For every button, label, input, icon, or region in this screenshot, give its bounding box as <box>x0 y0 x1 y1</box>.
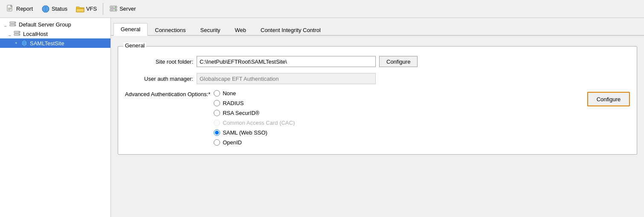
svg-point-12 <box>115 9 116 10</box>
toolbar-vfs[interactable]: VFS <box>73 3 100 15</box>
radio-openid-input[interactable] <box>214 139 220 146</box>
radio-none-label: None <box>223 90 236 97</box>
svg-point-21 <box>19 32 20 32</box>
status-globe-icon <box>41 5 50 13</box>
advanced-auth-label: Advanced Authentication Options:* <box>125 90 210 97</box>
svg-point-11 <box>115 6 116 7</box>
main-area: ⎯ Default Server Group ⎯ <box>0 18 644 217</box>
expand-dash-icon: ⎯ <box>7 31 12 36</box>
radio-saml-input[interactable] <box>214 129 220 136</box>
radio-saml[interactable]: SAML (Web SSO) <box>214 129 295 136</box>
radio-options-group: None RADIUS RSA SecurID® Common Acc <box>214 90 295 146</box>
radio-cac-label: Common Access Card (CAC) <box>223 120 295 126</box>
general-group-box: General Site root folder: Configure User… <box>118 46 637 155</box>
radio-none-input[interactable] <box>214 90 220 97</box>
toolbar-status[interactable]: Status <box>38 3 71 15</box>
radio-none[interactable]: None <box>214 90 295 97</box>
doc-icon <box>6 5 15 13</box>
user-auth-input <box>197 73 376 84</box>
radio-rsa-label: RSA SecurID® <box>223 110 259 116</box>
radio-radius[interactable]: RADIUS <box>214 100 295 106</box>
toolbar: Report Status VFS <box>0 0 644 18</box>
configure-btn-area: Configure <box>562 90 630 106</box>
toolbar-vfs-label: VFS <box>86 6 97 12</box>
radio-radius-input[interactable] <box>214 100 220 106</box>
tree-item-default-server-group[interactable]: ⎯ Default Server Group <box>0 20 110 29</box>
radio-openid-label: OpenID <box>223 139 242 146</box>
expand-plus-icon: + <box>14 41 19 46</box>
svg-point-17 <box>15 22 15 23</box>
tab-content-integrity[interactable]: Content Integrity Control <box>253 24 328 36</box>
server-toolbar-icon <box>109 5 118 13</box>
site-root-row: Site root folder: Configure <box>125 56 630 67</box>
radio-saml-label: SAML (Web SSO) <box>223 129 267 136</box>
server-group-icon <box>9 21 17 28</box>
toolbar-report-label: Report <box>16 6 33 12</box>
tree-item-localhost[interactable]: ⎯ LocalHost <box>0 29 110 38</box>
tab-general[interactable]: General <box>113 23 148 36</box>
expand-minus-icon: ⎯ <box>3 22 8 27</box>
toolbar-report[interactable]: Report <box>3 3 36 15</box>
toolbar-server[interactable]: Server <box>106 3 139 15</box>
user-auth-label: User auth manager: <box>125 76 193 82</box>
radio-rsa[interactable]: RSA SecurID® <box>214 110 295 116</box>
svg-rect-14 <box>111 10 113 11</box>
advanced-auth-row: Advanced Authentication Options:* None R… <box>125 90 630 146</box>
toolbar-separator <box>103 3 103 15</box>
samltest-globe-icon <box>20 39 28 47</box>
content-area: General Site root folder: Configure User… <box>111 36 644 217</box>
configure-btn-site-root[interactable]: Configure <box>379 56 418 67</box>
radio-radius-label: RADIUS <box>223 100 244 106</box>
toolbar-server-label: Server <box>119 6 136 12</box>
tabs-bar: General Connections Security Web Content… <box>111 18 644 36</box>
toolbar-status-label: Status <box>52 6 67 12</box>
svg-point-22 <box>19 34 20 35</box>
svg-point-18 <box>15 25 15 26</box>
tree-item-samltest-label: SAMLTestSite <box>30 40 64 47</box>
tab-security[interactable]: Security <box>193 24 228 36</box>
tree-item-samltest[interactable]: + SAMLTestSite <box>0 38 110 48</box>
tab-connections[interactable]: Connections <box>148 24 193 36</box>
radio-openid[interactable]: OpenID <box>214 139 295 146</box>
right-panel: General Connections Security Web Content… <box>111 18 644 217</box>
site-root-label: Site root folder: <box>125 59 193 65</box>
radio-rsa-input[interactable] <box>214 110 220 116</box>
radio-cac: Common Access Card (CAC) <box>214 120 295 126</box>
left-panel: ⎯ Default Server Group ⎯ <box>0 18 111 217</box>
site-root-input[interactable] <box>197 56 376 67</box>
user-auth-row: User auth manager: <box>125 73 630 84</box>
radio-cac-input <box>214 120 220 126</box>
tree-item-default-server-group-label: Default Server Group <box>19 21 71 28</box>
tab-web[interactable]: Web <box>228 24 254 36</box>
general-group-title: General <box>123 42 146 49</box>
vfs-folder-icon <box>76 5 84 13</box>
localhost-server-icon <box>14 30 21 38</box>
tree-item-localhost-label: LocalHost <box>23 31 48 37</box>
configure-btn-advanced-auth[interactable]: Configure <box>587 92 630 106</box>
svg-rect-13 <box>111 7 113 8</box>
